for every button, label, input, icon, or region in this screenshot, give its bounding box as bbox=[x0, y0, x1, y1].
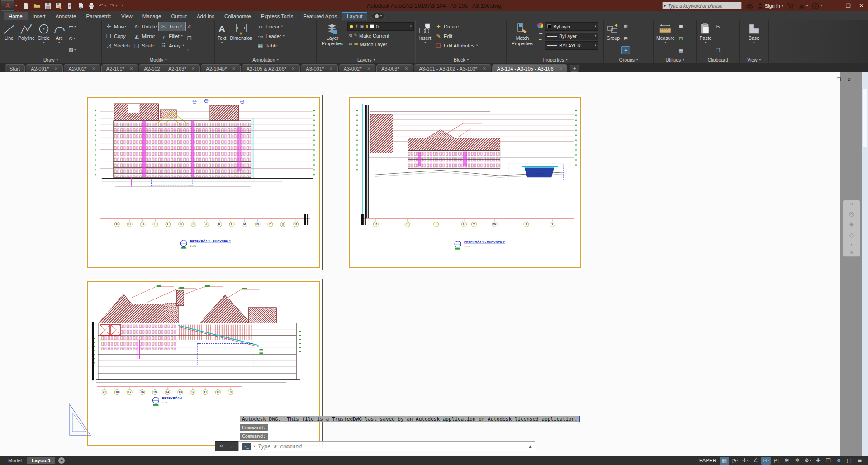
lineweight-dropdown[interactable]: BYLAYER▾ bbox=[545, 41, 598, 50]
file-tab-a3-101-a3-102-a3-103-[interactable]: A3-101 - A3-102 - A3-103*✕ bbox=[414, 64, 491, 72]
ribbon-tab-layout[interactable]: Layout bbox=[342, 12, 368, 20]
paste-button[interactable]: Paste ▾ bbox=[698, 22, 713, 56]
layer-dropdown[interactable]: ● ✳ ▣ ▮ 0 ▾ bbox=[347, 22, 414, 31]
file-tab-close-icon[interactable]: ✕ bbox=[130, 66, 133, 71]
zoom-icon[interactable]: ◇ bbox=[849, 232, 854, 238]
ribbon-tab-view[interactable]: View bbox=[116, 12, 138, 20]
edit-attributes-button[interactable]: ❑Edit Attributes▾ bbox=[433, 41, 479, 50]
undo-dropdown-icon[interactable]: ▾ bbox=[104, 4, 106, 7]
vertical-scrollbar[interactable] bbox=[862, 72, 868, 456]
trim-button[interactable]: ✂Trim▾ bbox=[158, 22, 186, 31]
line-button[interactable]: Line bbox=[2, 22, 16, 56]
file-tab-a2-105-a2-106-[interactable]: A2-105 & A2-106*✕ bbox=[242, 64, 300, 72]
text-dropdown-icon[interactable]: ▾ bbox=[221, 41, 223, 44]
file-tab-close-icon[interactable]: ✕ bbox=[329, 66, 333, 71]
circle-button[interactable]: Circle ▾ bbox=[37, 22, 51, 56]
arc-button[interactable]: Arc ▾ bbox=[52, 22, 66, 56]
file-tab-close-icon[interactable]: ✕ bbox=[292, 66, 295, 71]
circle-dropdown-icon[interactable]: ▾ bbox=[43, 41, 44, 44]
panel-label-annotation[interactable]: Annotation▾ bbox=[215, 56, 316, 63]
measure-dropdown-icon[interactable]: ▾ bbox=[665, 41, 666, 44]
sign-in-button[interactable]: Sign In ▾ bbox=[757, 2, 783, 9]
file-tab-a3-002-[interactable]: A3-002*✕ bbox=[339, 64, 375, 72]
ribbon-tab-parametric[interactable]: Parametric bbox=[81, 12, 117, 20]
restore-button[interactable]: ❐ bbox=[842, 0, 855, 11]
workspace-switching-icon[interactable]: ⚙▾ bbox=[803, 457, 812, 465]
crosshair-icon[interactable]: ✚ bbox=[813, 457, 823, 465]
help-search-input[interactable]: ▸ Type a keyword or phrase bbox=[662, 2, 742, 9]
lineweight-icon[interactable]: ┅ bbox=[537, 37, 544, 42]
copy-button[interactable]: ❒Copy bbox=[104, 31, 132, 41]
rotate-button[interactable]: ↻Rotate bbox=[132, 22, 158, 31]
ribbon-tab-add-ins[interactable]: Add-ins bbox=[192, 12, 219, 20]
edit-block-button[interactable]: ✎Edit bbox=[433, 31, 479, 41]
layer-properties-button[interactable]: Layer Properties bbox=[318, 22, 346, 56]
hatch-button[interactable]: ▨▾ bbox=[67, 46, 77, 54]
quick-calc-region-icon[interactable]: ⊡ bbox=[677, 34, 685, 43]
dimension-button[interactable]: Dimension bbox=[228, 22, 254, 56]
leader-button[interactable]: ↝Leader▾ bbox=[255, 31, 286, 41]
insert-button[interactable]: Insert ▾ bbox=[418, 22, 432, 56]
plot-button[interactable] bbox=[88, 2, 95, 10]
panel-label-block[interactable]: Block▾ bbox=[416, 56, 506, 63]
annotation-autoscale-icon[interactable]: ✲ bbox=[792, 457, 802, 465]
base-button[interactable]: Base ▾ bbox=[747, 22, 761, 56]
insert-dropdown-icon[interactable]: ▾ bbox=[424, 41, 426, 44]
ortho-icon[interactable]: ∠ bbox=[751, 457, 760, 465]
file-tab-close-icon[interactable]: ✕ bbox=[367, 66, 370, 71]
help-icon[interactable]: ?▾ bbox=[812, 2, 822, 9]
clean-screen-icon[interactable]: ▢ bbox=[844, 457, 854, 465]
sheet-section-1[interactable]: PRZEKRÓJ 3 - BUDYNEK 1 1:100 BCDEFGHJKLM… bbox=[85, 95, 323, 270]
ribbon-tab-manage[interactable]: Manage bbox=[138, 12, 166, 20]
file-tab-a2-102-a2-103-[interactable]: A2-102___A2-103*✕ bbox=[139, 64, 200, 72]
ungroup-icon[interactable]: ⊠ bbox=[621, 23, 630, 31]
table-button[interactable]: ▦Table bbox=[255, 41, 286, 50]
linear-button[interactable]: ↔Linear▾ bbox=[255, 22, 286, 31]
ribbon-tab-output[interactable]: Output bbox=[166, 12, 192, 20]
undo-button[interactable]: ↶ bbox=[99, 2, 104, 10]
quick-calc-icon[interactable]: ▦ bbox=[677, 46, 685, 54]
copy-clip-icon[interactable]: ❒ bbox=[714, 46, 722, 54]
linetype-icon[interactable]: ≡ bbox=[537, 30, 544, 35]
open-from-web-mobile-button[interactable] bbox=[66, 2, 73, 10]
panel-label-layers[interactable]: Layers▾ bbox=[317, 56, 416, 63]
ribbon-tab-featured-apps[interactable]: Featured Apps bbox=[298, 12, 342, 20]
color-dropdown[interactable]: ByLayer▾ bbox=[545, 22, 598, 31]
match-layer-button[interactable]: ⧉≔Match Layer bbox=[347, 40, 414, 48]
command-input[interactable]: >_ ▾ Type a command ▲ bbox=[238, 441, 535, 451]
isodraft-icon[interactable]: ✛▾ bbox=[740, 457, 750, 465]
new-file-button[interactable] bbox=[23, 2, 30, 10]
quick-select-icon[interactable]: ≣ bbox=[677, 23, 685, 31]
file-tab-close-icon[interactable]: ✕ bbox=[192, 66, 195, 71]
layout1-tab[interactable]: Layout1 bbox=[27, 457, 55, 464]
panel-label-view[interactable]: View▾ bbox=[740, 56, 768, 63]
sheet-section-2[interactable]: PRZEKRÓJ 1 - BUDYNEK 2 1:100 RSTUVWXY bbox=[347, 95, 583, 270]
new-layout-button[interactable]: + bbox=[58, 457, 65, 464]
paper-space-label[interactable]: PAPER bbox=[699, 458, 716, 463]
group-edit-icon[interactable]: ⊟ bbox=[621, 34, 630, 43]
stretch-button[interactable]: ◿Stretch bbox=[104, 41, 132, 50]
text-button[interactable]: A Text ▾ bbox=[217, 22, 227, 56]
annotation-visibility-icon[interactable]: ✱ bbox=[782, 457, 792, 465]
erase-button[interactable]: ✐ bbox=[186, 23, 193, 31]
command-close-icon[interactable]: ✕ bbox=[219, 444, 223, 449]
cut-icon[interactable]: ✂ bbox=[714, 23, 722, 31]
file-tab-close-icon[interactable]: ✕ bbox=[92, 66, 95, 71]
ribbon-display-toggle[interactable]: ⬤▾ bbox=[371, 13, 385, 19]
steering-wheel-icon[interactable]: ◎ bbox=[849, 210, 854, 217]
file-tab-close-icon[interactable]: ✕ bbox=[54, 66, 58, 71]
graphics-performance-icon[interactable]: ❖ bbox=[834, 457, 844, 465]
osnap-icon[interactable]: ⊡▾ bbox=[761, 457, 771, 465]
file-tab-a3-104-a3-105-a3-106[interactable]: A3-104 - A3-105 - A3-106✕ bbox=[492, 64, 567, 72]
isolate-objects-icon[interactable]: ❐ bbox=[824, 457, 833, 465]
move-button[interactable]: ✜Move bbox=[104, 22, 132, 31]
search-icon[interactable] bbox=[746, 2, 753, 9]
file-tab-close-icon[interactable]: ✕ bbox=[483, 66, 486, 71]
file-tab-close-icon[interactable]: ✕ bbox=[405, 66, 408, 71]
navbar-close-icon[interactable]: ✕ bbox=[850, 202, 853, 206]
save-as-button[interactable] bbox=[55, 2, 62, 10]
file-tab-a2-101-[interactable]: A2-101*✕ bbox=[101, 64, 138, 72]
customize-qat-icon[interactable]: ▾ bbox=[122, 4, 123, 8]
pan-icon[interactable]: ✳ bbox=[849, 221, 854, 228]
explode-button[interactable]: ❒ bbox=[186, 34, 193, 43]
